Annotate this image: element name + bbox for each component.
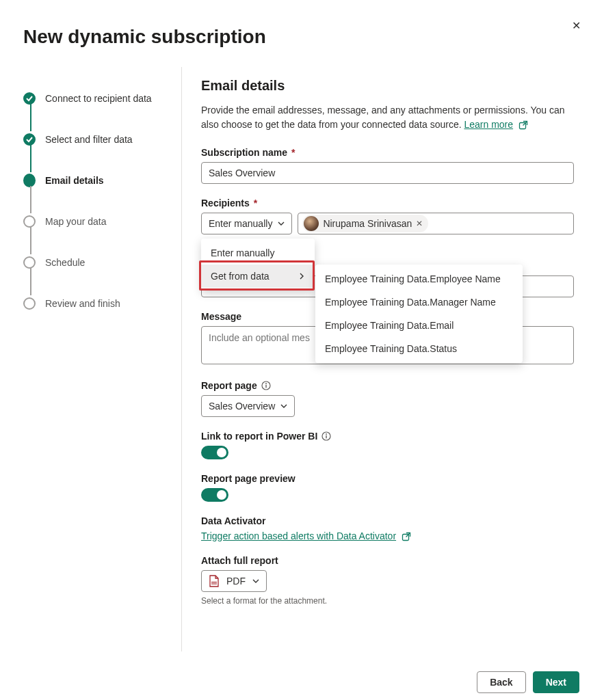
section-description: Provide the email addresses, message, an… <box>201 103 574 132</box>
submenu-item[interactable]: Employee Training Data.Manager Name <box>315 291 523 314</box>
recipients-label: Recipients* <box>201 198 574 208</box>
next-button[interactable]: Next <box>533 671 579 693</box>
svg-point-2 <box>265 383 267 384</box>
chevron-right-icon <box>298 271 305 282</box>
external-link-icon <box>518 120 528 130</box>
pending-step-icon <box>23 297 36 310</box>
submenu-item[interactable]: Employee Training Data.Employee Name <box>315 267 523 291</box>
submenu-item[interactable]: Employee Training Data.Email <box>315 314 523 337</box>
subscription-name-input[interactable] <box>201 162 574 184</box>
check-icon <box>23 133 36 146</box>
get-from-data-submenu: Employee Training Data.Employee Name Emp… <box>315 265 523 363</box>
info-icon[interactable] <box>321 431 331 441</box>
pending-step-icon <box>23 215 36 228</box>
chevron-down-icon <box>278 218 285 229</box>
step-connect-data[interactable]: Connect to recipient data <box>45 93 152 104</box>
close-button[interactable]: ✕ <box>572 19 581 32</box>
attach-full-report-label: Attach full report <box>201 555 574 566</box>
chevron-down-icon <box>280 401 287 412</box>
step-select-filter[interactable]: Select and filter data <box>45 134 133 145</box>
page-title: New dynamic subscription <box>0 0 604 48</box>
current-step-icon <box>23 174 36 187</box>
data-activator-link[interactable]: Trigger action based alerts with Data Ac… <box>201 530 396 541</box>
subscription-name-label: Subscription name* <box>201 147 574 158</box>
submenu-item[interactable]: Employee Training Data.Status <box>315 337 523 360</box>
external-link-icon <box>402 532 411 541</box>
svg-rect-3 <box>265 385 266 388</box>
recipients-mode-menu: Enter manually Get from data <box>201 239 315 291</box>
recipient-chip-name: Nirupama Srinivasan <box>323 218 412 229</box>
menu-item-enter-manually[interactable]: Enter manually <box>201 241 315 265</box>
step-map-data[interactable]: Map your data <box>45 216 107 227</box>
recipients-people-input[interactable]: Nirupama Srinivasan ✕ <box>298 213 574 234</box>
attach-format-dropdown[interactable]: PDF <box>201 570 267 592</box>
avatar <box>304 216 319 231</box>
report-page-preview-toggle[interactable] <box>201 488 228 502</box>
svg-rect-9 <box>211 584 217 584</box>
section-title: Email details <box>201 78 574 94</box>
step-email-details[interactable]: Email details <box>45 175 104 186</box>
menu-item-get-from-data[interactable]: Get from data <box>201 265 315 288</box>
recipients-mode-dropdown[interactable]: Enter manually <box>201 213 292 234</box>
check-icon <box>23 92 36 105</box>
link-to-report-toggle[interactable] <box>201 446 228 459</box>
svg-rect-6 <box>326 435 327 439</box>
wizard-stepper: Connect to recipient data Select and fil… <box>0 67 181 651</box>
attach-format-hint: Select a format for the attachment. <box>201 596 574 606</box>
report-page-label: Report page <box>201 380 574 391</box>
step-schedule[interactable]: Schedule <box>45 257 85 268</box>
info-icon[interactable] <box>261 381 271 390</box>
main-panel: Email details Provide the email addresse… <box>181 67 604 651</box>
chevron-down-icon <box>252 576 259 587</box>
svg-rect-8 <box>211 582 217 582</box>
footer: Back Next <box>0 671 604 700</box>
report-page-dropdown[interactable]: Sales Overview <box>201 395 295 417</box>
recipient-chip[interactable]: Nirupama Srinivasan ✕ <box>302 215 428 232</box>
report-page-preview-label: Report page preview <box>201 473 574 484</box>
remove-chip-button[interactable]: ✕ <box>416 219 423 228</box>
pdf-icon <box>209 575 220 587</box>
link-to-report-label: Link to report in Power BI <box>201 431 574 442</box>
learn-more-link[interactable]: Learn more <box>464 119 513 130</box>
svg-point-5 <box>326 433 327 435</box>
data-activator-label: Data Activator <box>201 515 574 526</box>
pending-step-icon <box>23 256 36 269</box>
step-review-finish[interactable]: Review and finish <box>45 298 120 309</box>
back-button[interactable]: Back <box>477 671 525 693</box>
